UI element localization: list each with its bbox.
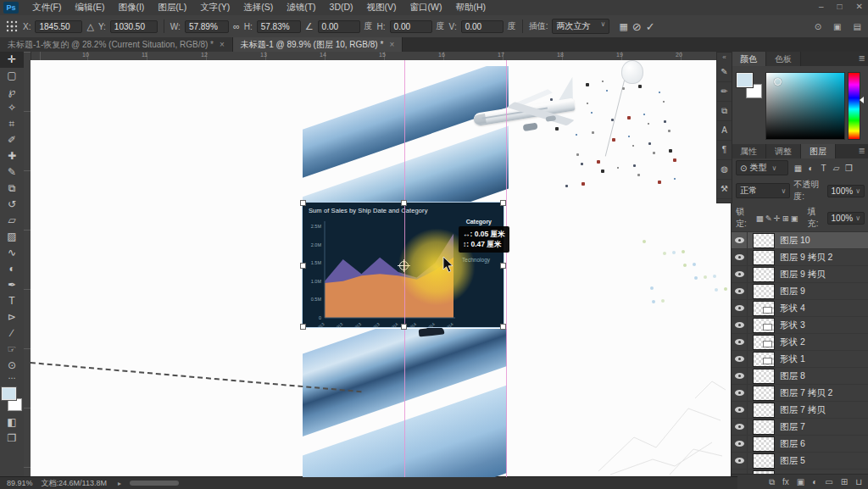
layer-name[interactable]: 图层 7 拷贝 (780, 404, 826, 416)
tab-adjustments[interactable]: 调整 (766, 144, 801, 158)
layer-name[interactable]: 形状 4 (780, 303, 805, 314)
color-field-picker[interactable] (774, 78, 782, 86)
document-tab-1[interactable]: 未标题-1-恢复的 @ 28.2% (Current Situation, RG… (0, 37, 233, 52)
layer-row-12[interactable]: 图层 6 (732, 436, 868, 453)
menu-item-10[interactable]: 帮助(H) (449, 2, 493, 14)
layer-visibility-toggle[interactable] (732, 266, 748, 282)
layer-visibility-toggle[interactable] (732, 249, 748, 265)
brush-settings-panel-icon[interactable]: ✎ (717, 63, 732, 82)
layer-visibility-toggle[interactable] (732, 351, 748, 367)
lasso-tool[interactable]: ℘ (0, 84, 24, 100)
new-layer-icon[interactable]: ⊞ (841, 477, 848, 486)
layer-name[interactable]: 图层 9 (780, 286, 805, 297)
color-field[interactable] (765, 72, 845, 140)
color-swatches[interactable] (737, 73, 762, 98)
lock-all[interactable]: ▣ (791, 214, 798, 223)
screen-mode-toggle[interactable]: ❐ (0, 431, 24, 447)
document-tab-2[interactable]: 未标题-1 @ 89.9% (图层 10, RGB/8) * × (233, 37, 403, 52)
layer-name[interactable]: 图层 7 拷贝 2 (780, 387, 832, 399)
menu-item-3[interactable]: 图层(L) (151, 2, 193, 14)
add-mask-icon[interactable]: ▣ (797, 477, 804, 486)
zoom-tool[interactable]: ⊙ (0, 358, 24, 374)
layer-thumbnail[interactable] (753, 420, 775, 435)
minimize-button[interactable]: – (819, 2, 824, 11)
maximize-button[interactable]: □ (837, 2, 843, 11)
layer-name[interactable]: 图层 9 拷贝 2 (780, 252, 832, 264)
layer-row-4[interactable]: 形状 4 (732, 300, 868, 317)
layer-row-5[interactable]: 形状 3 (732, 317, 868, 334)
layer-row-0[interactable]: 图层 10 (732, 232, 868, 249)
layer-row-2[interactable]: 图层 9 拷贝 (732, 266, 868, 283)
layer-name[interactable]: 图层 9 拷贝 (780, 269, 826, 281)
clone-source-panel-icon[interactable]: ⧉ (717, 102, 732, 121)
opacity-select[interactable]: 100%∨ (827, 185, 865, 197)
reference-point-icon[interactable] (5, 19, 19, 33)
fill-select[interactable]: 100%∨ (827, 212, 865, 225)
layer-thumbnail[interactable] (753, 318, 775, 333)
tab-properties[interactable]: 属性 (732, 144, 766, 158)
type-tool[interactable]: T (0, 293, 24, 309)
link-layers-icon[interactable]: ⧉ (769, 477, 775, 487)
menu-item-8[interactable]: 视图(V) (360, 2, 403, 14)
hskew-input[interactable]: 0.00 (390, 20, 432, 33)
commit-transform-icon[interactable]: ✓ (646, 20, 655, 33)
menu-item-0[interactable]: 文件(F) (25, 2, 68, 14)
new-group-icon[interactable]: ▭ (825, 477, 832, 486)
background-color-swatch[interactable] (8, 398, 22, 411)
toolbox-color-swatches[interactable] (1, 386, 23, 412)
layer-visibility-toggle[interactable] (732, 402, 748, 418)
layer-name[interactable]: 形状 2 (780, 336, 805, 348)
menu-item-4[interactable]: 文字(Y) (193, 2, 236, 14)
layer-visibility-toggle[interactable] (732, 300, 748, 316)
y-input[interactable]: 1030.50 (110, 20, 158, 33)
layer-row-1[interactable]: 图层 9 拷贝 2 (732, 249, 868, 266)
layer-thumbnail[interactable] (753, 403, 775, 418)
layer-thumbnail[interactable] (753, 470, 775, 475)
layer-name[interactable]: 形状 1 (780, 353, 805, 365)
layer-visibility-toggle[interactable] (732, 453, 748, 469)
filter-shape-layers[interactable]: ▱ (830, 164, 843, 173)
filter-type-layers[interactable]: T (817, 164, 830, 173)
status-options-icon[interactable]: ▸ (118, 480, 121, 487)
layer-row-10[interactable]: 图层 7 拷贝 (732, 402, 868, 419)
path-select-tool[interactable]: ⊳ (0, 309, 24, 325)
layer-thumbnail[interactable] (753, 267, 775, 282)
menu-item-9[interactable]: 窗口(W) (403, 2, 449, 14)
delete-layer-icon[interactable]: ⊔ (855, 477, 862, 486)
menu-item-5[interactable]: 选择(S) (236, 2, 280, 14)
clone-stamp-tool[interactable]: ⧉ (0, 181, 24, 197)
layer-thumbnail[interactable] (753, 352, 775, 367)
dodge-tool[interactable]: ◐ (0, 261, 24, 277)
vskew-input[interactable]: 0.00 (461, 20, 504, 33)
layer-name[interactable]: 图层 6 (780, 438, 805, 450)
lock-pixels[interactable]: ✎ (765, 214, 772, 223)
layer-style-icon[interactable]: fx (782, 477, 789, 486)
layer-name[interactable]: 形状 3 (780, 320, 805, 331)
layer-visibility-toggle[interactable] (732, 368, 748, 384)
shape-tool[interactable]: ∕ (0, 325, 24, 342)
marquee-tool[interactable]: ▢ (0, 68, 24, 84)
move-tool[interactable]: ✛ (0, 52, 24, 68)
angle-input[interactable]: 0.00 (318, 20, 360, 33)
layer-row-8[interactable]: 图层 8 (732, 368, 868, 385)
link-dimensions-icon[interactable]: ∞ (233, 21, 240, 31)
layer-visibility-toggle[interactable] (732, 385, 748, 401)
eraser-tool[interactable]: ▱ (0, 213, 24, 229)
layer-row-13[interactable]: 图层 5 (732, 453, 868, 470)
relative-position-icon[interactable]: △ (86, 21, 93, 32)
lock-artboard[interactable]: ⊞ (782, 214, 789, 223)
close-tab-icon[interactable]: × (389, 40, 394, 49)
tool-presets-panel-icon[interactable]: ⚒ (717, 180, 732, 199)
layer-row-11[interactable]: 图层 7 (732, 419, 868, 436)
cancel-transform-icon[interactable]: ⊘ (632, 20, 642, 33)
more-tools[interactable]: ⋯ (0, 374, 24, 384)
layer-thumbnail[interactable] (753, 369, 775, 384)
layer-visibility-toggle[interactable] (732, 317, 748, 333)
height-input[interactable]: 57.83% (257, 20, 301, 33)
tab-swatches[interactable]: 色板 (766, 52, 801, 66)
search-icon[interactable]: ⊙ (815, 22, 821, 31)
canvas-page[interactable]: Sum of Sales by Ship Date and Category C… (31, 60, 731, 477)
layer-thumbnail[interactable] (753, 250, 775, 265)
hue-slider-pointer[interactable] (860, 97, 864, 103)
layer-visibility-toggle[interactable] (732, 436, 748, 452)
